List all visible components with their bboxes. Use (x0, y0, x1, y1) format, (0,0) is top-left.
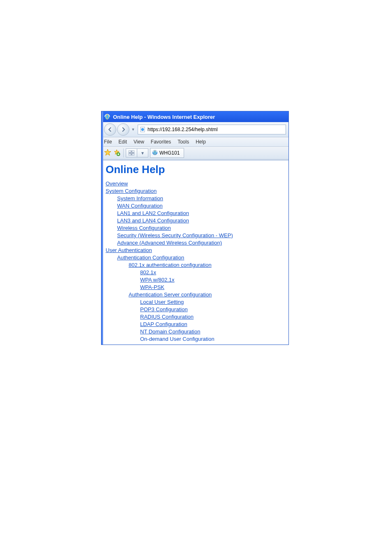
page-heading: Online Help (106, 163, 284, 176)
forward-button[interactable] (117, 123, 129, 136)
link-wpa-psk[interactable]: WPA-PSK (140, 284, 164, 290)
svg-rect-8 (132, 153, 134, 155)
link-security-configuration[interactable]: Security (Wireless Security Configuratio… (117, 232, 233, 238)
svg-rect-7 (129, 153, 131, 155)
svg-rect-6 (132, 150, 134, 153)
menu-file[interactable]: File (104, 139, 112, 145)
svg-rect-5 (129, 150, 131, 153)
window-title: Online Help - Windows Internet Explorer (113, 114, 215, 120)
page-content: Online Help Overview System Configuratio… (101, 160, 288, 345)
browser-tab[interactable]: WHG101 (150, 148, 184, 158)
separator (123, 148, 124, 157)
back-button[interactable] (104, 123, 116, 136)
tab-label: WHG101 (159, 150, 180, 156)
link-wpa-8021x[interactable]: WPA w/802.1x (140, 277, 175, 283)
navigation-bar: ▼ https://192.168.2.254/help.shtml (101, 122, 288, 137)
link-lan12-configuration[interactable]: LAN1 and LAN2 Configuration (117, 210, 189, 216)
quick-tabs-icon (129, 150, 134, 155)
link-authentication-configuration[interactable]: Authentication Configuration (117, 254, 184, 261)
link-system-information[interactable]: System Information (117, 195, 163, 201)
link-8021x-config[interactable]: 802.1x authentication configuration (129, 262, 212, 268)
link-local-user[interactable]: Local User Setting (140, 299, 184, 305)
quick-tabs-button[interactable] (126, 148, 137, 157)
link-auth-server-config[interactable]: Authentication Server configuration (129, 291, 212, 298)
link-overview[interactable]: Overview (106, 180, 128, 187)
arrow-right-icon (121, 127, 126, 132)
link-advance-configuration[interactable]: Advance (Advanced Wireless Configuration… (117, 240, 222, 246)
add-favorite-icon[interactable] (113, 149, 120, 157)
favorites-bar: ▼ WHG101 (101, 147, 288, 160)
window-left-border (101, 111, 103, 345)
nav-history-dropdown[interactable]: ▼ (131, 127, 135, 132)
quick-tabs-dropdown[interactable]: ▼ (137, 148, 148, 157)
link-wan-configuration[interactable]: WAN Configuration (117, 203, 163, 209)
link-nt-domain[interactable]: NT Domain Configuration (140, 328, 200, 335)
menu-favorites[interactable]: Favorites (151, 139, 171, 145)
link-ldap[interactable]: LDAP Configuration (140, 321, 187, 327)
link-pop3[interactable]: POP3 Configuration (140, 306, 188, 312)
address-url: https://192.168.2.254/help.shtml (148, 127, 218, 132)
page-icon (140, 127, 145, 132)
link-lan34-configuration[interactable]: LAN3 and LAN4 Configuration (117, 217, 189, 224)
browser-window: Online Help - Windows Internet Explorer … (101, 111, 289, 345)
favorites-star-icon[interactable] (104, 149, 111, 157)
menu-bar: File Edit View Favorites Tools Help (101, 137, 288, 147)
link-radius[interactable]: RADIUS Configuration (140, 314, 194, 320)
menu-help[interactable]: Help (196, 139, 206, 145)
link-system-configuration[interactable]: System Configuration (106, 188, 157, 194)
menu-tools[interactable]: Tools (178, 139, 189, 145)
tab-page-icon (152, 150, 158, 157)
title-bar: Online Help - Windows Internet Explorer (101, 111, 288, 122)
svg-point-3 (141, 128, 144, 131)
link-wireless-configuration[interactable]: Wireless Configuration (117, 225, 171, 231)
ie-logo-icon (104, 113, 111, 120)
address-bar[interactable]: https://192.168.2.254/help.shtml (138, 125, 286, 134)
link-on-demand[interactable]: On-demand User Configuration (140, 336, 214, 342)
link-8021x[interactable]: 802.1x (140, 269, 156, 275)
link-user-authentication[interactable]: User Authentication (106, 247, 152, 253)
help-links: Overview System Configuration System Inf… (106, 180, 284, 343)
arrow-left-icon (108, 127, 113, 132)
menu-view[interactable]: View (134, 139, 144, 145)
menu-edit[interactable]: Edit (118, 139, 127, 145)
